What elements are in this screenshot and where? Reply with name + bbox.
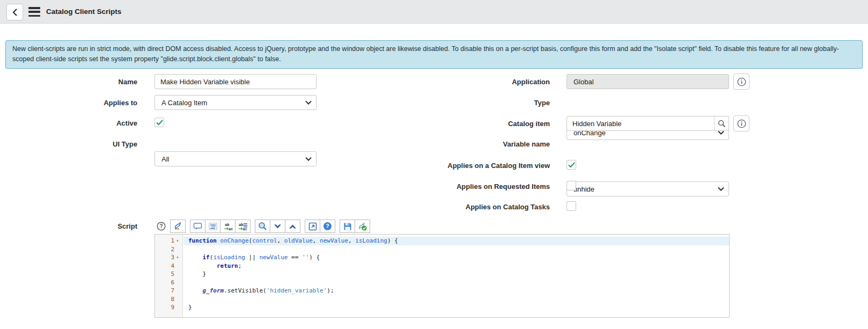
- code-token: g_form: [203, 287, 224, 294]
- code-token: ,: [313, 237, 320, 244]
- code-token: return: [217, 262, 238, 269]
- code-token: [188, 287, 203, 294]
- applies-to-label: Applies to: [0, 99, 137, 107]
- gutter-line[interactable]: 8: [155, 295, 182, 304]
- popout-icon: [308, 222, 317, 231]
- syntax-editor-icon: [173, 222, 182, 231]
- name-label: Name: [0, 78, 137, 86]
- back-button[interactable]: [6, 4, 23, 20]
- find-previous-button[interactable]: [285, 220, 300, 233]
- context-menu-icon[interactable]: [28, 7, 40, 17]
- code-token: ) {: [309, 254, 320, 261]
- script-help-icon[interactable]: ?: [155, 222, 167, 231]
- application-value: Global: [573, 78, 594, 86]
- code-line[interactable]: if(isLoading || newValue == '') {: [183, 253, 729, 262]
- application-label: Application: [376, 78, 550, 86]
- applies-to-value: A Catalog Item: [161, 99, 207, 107]
- code-token: }: [188, 270, 206, 277]
- fold-marker-icon[interactable]: ▾: [174, 253, 181, 262]
- code-token: ||: [249, 254, 256, 261]
- chevron-down-icon: [305, 157, 312, 161]
- variable-name-select[interactable]: unhide: [567, 181, 729, 196]
- gutter-line[interactable]: 4: [155, 262, 182, 270]
- format-lines-icon: [209, 223, 217, 230]
- gutter-line[interactable]: 9: [155, 303, 182, 312]
- applies-catalog-item-view-checkbox[interactable]: [567, 160, 576, 170]
- chevron-down-bold-icon: [274, 224, 282, 229]
- code-token: .setVisible(: [224, 287, 266, 294]
- code-token: [217, 237, 220, 244]
- replace-icon: abac: [223, 222, 233, 231]
- active-label: Active: [0, 119, 137, 127]
- replace-all-button[interactable]: abac: [235, 220, 251, 233]
- variable-name-label: Variable name: [376, 140, 550, 148]
- code-token: ==: [291, 254, 298, 261]
- format-code-button[interactable]: [205, 220, 220, 233]
- code-line[interactable]: [183, 279, 729, 287]
- code-line[interactable]: g_form.setVisible('hidden_variable');: [183, 287, 729, 295]
- code-token: [245, 254, 249, 261]
- code-line[interactable]: [183, 295, 729, 304]
- applies-requested-items-checkbox[interactable]: [567, 181, 576, 191]
- chevron-down-icon: [718, 187, 724, 191]
- code-token: newValue: [259, 254, 288, 261]
- gutter-line[interactable]: 6: [155, 279, 182, 287]
- find-next-button[interactable]: [270, 220, 285, 233]
- save-button[interactable]: [340, 220, 355, 233]
- active-checkbox[interactable]: [155, 118, 164, 127]
- code-token: 'hidden_variable': [267, 287, 327, 294]
- catalog-item-info-button[interactable]: [733, 115, 749, 131]
- gutter-line[interactable]: 2: [155, 245, 182, 254]
- script-code-editor[interactable]: 1▾23▾456789 function onChange(control, o…: [155, 234, 730, 318]
- catalog-item-input[interactable]: [567, 116, 715, 131]
- code-token: ,: [277, 237, 284, 244]
- type-label: Type: [376, 99, 550, 107]
- application-field: Global: [567, 74, 729, 89]
- code-line[interactable]: function onChange(control, oldValue, new…: [183, 237, 729, 245]
- applies-to-select[interactable]: A Catalog Item: [155, 95, 317, 110]
- code-token: oldValue: [284, 237, 313, 244]
- toggle-comment-button[interactable]: [190, 220, 205, 233]
- chevron-down-icon: [305, 100, 312, 105]
- gutter-line[interactable]: 7: [155, 287, 182, 295]
- replace-all-icon: abac: [238, 222, 248, 231]
- script-label: Script: [0, 222, 137, 230]
- code-token: isLoading: [213, 254, 245, 261]
- code-line[interactable]: [183, 245, 729, 254]
- applies-catalog-tasks-checkbox[interactable]: [567, 201, 576, 211]
- code-token: }: [188, 304, 192, 311]
- gutter-line[interactable]: 3▾: [155, 253, 182, 262]
- editor-help-button[interactable]: ?: [320, 220, 335, 233]
- chevron-left-icon: [12, 9, 18, 16]
- name-input[interactable]: [155, 74, 317, 89]
- code-line[interactable]: }: [183, 303, 729, 312]
- search-button[interactable]: [255, 220, 270, 233]
- syntax-check-button[interactable]: [355, 220, 370, 233]
- fold-marker-icon[interactable]: ▾: [174, 237, 181, 245]
- code-token: );: [327, 287, 334, 294]
- ui-type-select[interactable]: All: [155, 151, 317, 166]
- code-token: isLoading: [355, 237, 387, 244]
- catalog-client-script-form: Catalog Client Scripts New client-script…: [0, 0, 868, 329]
- ui-type-value: All: [161, 155, 169, 163]
- replace-button[interactable]: abac: [220, 220, 236, 233]
- catalog-item-label: Catalog item: [376, 120, 550, 128]
- code-line[interactable]: return;: [183, 262, 729, 270]
- gutter-line[interactable]: 5: [155, 270, 182, 279]
- application-info-button[interactable]: [733, 74, 749, 90]
- variable-name-value: unhide: [573, 185, 594, 193]
- applies-catalog-tasks-label: Applies on Catalog Tasks: [376, 203, 550, 211]
- code-token: control: [252, 237, 277, 244]
- code-line[interactable]: }: [183, 270, 729, 279]
- toggle-syntax-editor-button[interactable]: [170, 220, 186, 233]
- code-token: onChange: [220, 237, 249, 244]
- code-token: ;: [238, 262, 242, 269]
- expand-editor-button[interactable]: [305, 220, 320, 233]
- svg-text:?: ?: [326, 223, 329, 229]
- page-title: Catalog Client Scripts: [46, 8, 121, 16]
- check-icon: [156, 120, 163, 126]
- save-floppy-icon: [343, 222, 352, 231]
- catalog-item-lookup-button[interactable]: [714, 116, 729, 131]
- editor-code[interactable]: function onChange(control, oldValue, new…: [183, 235, 729, 317]
- gutter-line[interactable]: 1▾: [155, 237, 182, 245]
